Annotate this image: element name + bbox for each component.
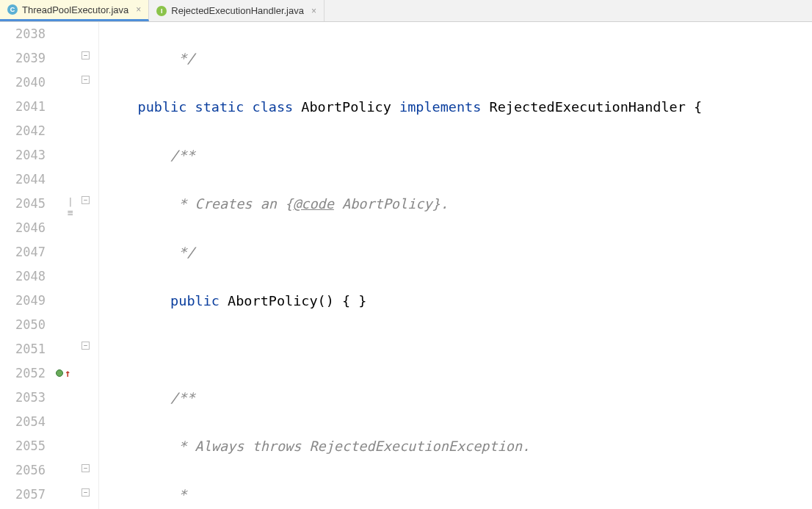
marker-gutter: |≡ ↑ bbox=[51, 22, 77, 509]
editor-tab-bar: C ThreadPoolExecutor.java × I RejectedEx… bbox=[0, 0, 812, 22]
code-line: * Creates an {@code AbortPolicy}. bbox=[105, 192, 812, 216]
line-number: 2043 bbox=[0, 143, 46, 167]
code-line: /** bbox=[105, 386, 812, 410]
code-line: */ bbox=[105, 46, 812, 71]
fold-handle-icon[interactable]: − bbox=[81, 51, 90, 59]
fold-handle-icon[interactable]: − bbox=[81, 342, 90, 350]
line-number: 2047 bbox=[0, 240, 46, 264]
line-number: 2040 bbox=[0, 71, 46, 95]
code-line bbox=[105, 337, 812, 361]
tab-label: RejectedExecutionHandler.java bbox=[171, 5, 304, 16]
line-number: 2052 bbox=[0, 361, 46, 386]
line-number: 2054 bbox=[0, 410, 46, 434]
line-number: 2055 bbox=[0, 434, 46, 458]
line-number: 2046 bbox=[0, 216, 46, 240]
line-number: 2044 bbox=[0, 167, 46, 192]
fold-handle-icon[interactable]: − bbox=[81, 196, 90, 204]
line-number: 2051 bbox=[0, 337, 46, 361]
tab-threadpoolexecutor[interactable]: C ThreadPoolExecutor.java × bbox=[0, 0, 149, 21]
line-number-gutter: 2038 2039 2040 2041 2042 2043 2044 2045 … bbox=[0, 22, 51, 509]
line-number: 2053 bbox=[0, 386, 46, 410]
line-number: 2050 bbox=[0, 313, 46, 337]
fold-handle-icon[interactable]: − bbox=[81, 76, 90, 84]
line-number: 2038 bbox=[0, 22, 46, 46]
fold-gutter: − − − − − − bbox=[77, 22, 99, 509]
code-content[interactable]: */ public static class AbortPolicy imple… bbox=[99, 22, 812, 509]
line-number: 2049 bbox=[0, 289, 46, 313]
method-separator-icon[interactable]: |≡ bbox=[68, 196, 77, 218]
fold-handle-icon[interactable]: − bbox=[81, 488, 90, 497]
line-number: 2045 bbox=[0, 192, 46, 216]
line-number: 2042 bbox=[0, 119, 46, 143]
interface-icon: I bbox=[156, 6, 167, 16]
code-line: * Always throws RejectedExecutionExcepti… bbox=[105, 434, 812, 458]
tab-rejectedexecutionhandler[interactable]: I RejectedExecutionHandler.java × bbox=[149, 0, 325, 21]
code-line: */ bbox=[105, 240, 812, 264]
code-line: public static class AbortPolicy implemen… bbox=[105, 95, 812, 119]
tab-label: ThreadPoolExecutor.java bbox=[22, 4, 128, 15]
line-number: 2041 bbox=[0, 95, 46, 119]
line-number: 2048 bbox=[0, 264, 46, 289]
code-editor[interactable]: 2038 2039 2040 2041 2042 2043 2044 2045 … bbox=[0, 22, 812, 509]
code-line: /** bbox=[105, 143, 812, 167]
line-number: 2039 bbox=[0, 46, 46, 71]
code-line: * bbox=[105, 483, 812, 507]
close-icon[interactable]: × bbox=[136, 4, 141, 15]
line-number: 2057 bbox=[0, 483, 46, 507]
class-icon: C bbox=[7, 4, 18, 15]
override-marker-icon[interactable]: ↑ bbox=[56, 367, 70, 379]
code-line: public AbortPolicy() { } bbox=[105, 289, 812, 313]
close-icon[interactable]: × bbox=[311, 6, 316, 16]
fold-handle-icon[interactable]: − bbox=[81, 464, 90, 472]
line-number: 2056 bbox=[0, 458, 46, 483]
